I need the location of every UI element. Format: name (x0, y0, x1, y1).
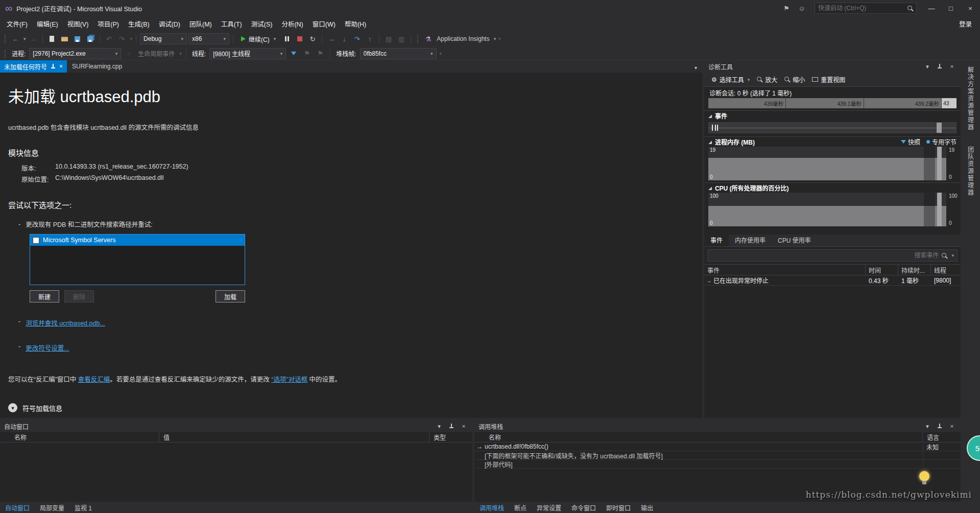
open-file-icon[interactable] (59, 33, 70, 45)
event-marker[interactable] (712, 125, 718, 131)
table-row[interactable]: → ucrtbased.dll!0fb85fcc() 未知 (474, 442, 961, 451)
chevron-down-icon[interactable]: ▾ (951, 253, 954, 258)
col-language[interactable]: 语言 (923, 432, 961, 442)
select-tool-button[interactable]: ⚙ 选择工具 ▾ (708, 74, 753, 85)
maximize-button[interactable]: □ (941, 0, 961, 16)
symbol-load-info[interactable]: ▾ 符号加载信息 (8, 403, 694, 413)
menu-debug[interactable]: 调试(D) (154, 19, 185, 29)
stack-frame-combo[interactable]: 0fb85fcc ▾ (360, 48, 437, 59)
tab-breakpoints[interactable]: 断点 (509, 502, 532, 513)
col-time[interactable]: 时间 (866, 265, 898, 275)
tab-memory-usage[interactable]: 内存使用率 (729, 234, 772, 246)
menu-build[interactable]: 生成(B) (124, 19, 154, 29)
feedback-icon[interactable]: ☺ (794, 5, 809, 12)
symbol-paths-listbox[interactable]: Microsoft Symbol Servers (30, 234, 245, 285)
pin-icon[interactable] (935, 62, 944, 71)
save-icon[interactable] (72, 33, 83, 45)
pause-button[interactable] (281, 33, 293, 45)
sign-in[interactable]: 登录 (951, 19, 980, 29)
step-into-icon[interactable]: ↓ (339, 33, 350, 45)
stop-button[interactable] (294, 33, 305, 45)
chevron-down-icon[interactable]: ▾ (130, 36, 133, 41)
private-bytes-toggle[interactable]: 专用字节 (926, 137, 957, 146)
tab-events[interactable]: 事件 (704, 234, 729, 246)
col-name[interactable]: 名称 (0, 432, 159, 442)
sidebar-item-team-explorer[interactable]: 团队资源管理器 (966, 143, 975, 199)
tab-immediate-window[interactable]: 即时窗口 (601, 502, 636, 513)
toolbar-grip[interactable] (5, 35, 6, 43)
delete-button[interactable]: 删除 (64, 290, 94, 302)
minimize-button[interactable]: — (922, 0, 941, 16)
save-all-icon[interactable] (85, 33, 96, 45)
chevron-down-icon[interactable]: ▾ (179, 51, 182, 56)
new-file-icon[interactable] (46, 33, 58, 45)
lifecycle-label[interactable]: 生命周期事件 (136, 49, 176, 58)
restart-button[interactable]: ↻ (307, 33, 318, 45)
col-name[interactable]: 名称 (474, 432, 923, 442)
window-position-icon[interactable]: ▾ (923, 422, 932, 431)
toolbar-grip[interactable] (5, 50, 6, 58)
col-event[interactable]: 事件 (704, 265, 866, 275)
options-dialog-link[interactable]: “选项”对话框 (271, 376, 307, 383)
col-thread[interactable]: 线程 (931, 265, 961, 275)
menu-test[interactable]: 测试(S) (247, 19, 277, 29)
table-row[interactable]: [外部代码] (474, 460, 961, 469)
list-item-symbol-server[interactable]: Microsoft Symbol Servers (30, 235, 245, 246)
menu-team[interactable]: 团队(M) (185, 19, 217, 29)
chevron-down-icon[interactable]: ▾ (494, 36, 496, 41)
show-next-statement-icon[interactable]: → (326, 33, 337, 45)
new-button[interactable]: 新建 (30, 290, 59, 302)
chevron-down-icon[interactable]: ▾ (23, 36, 26, 41)
selection-cursor[interactable] (937, 123, 942, 133)
load-button[interactable]: 加载 (216, 290, 245, 302)
events-search[interactable]: ▾ (707, 249, 958, 262)
checkbox[interactable] (33, 237, 39, 244)
tab-output[interactable]: 输出 (636, 502, 658, 513)
memory-section-header[interactable]: ◢ 进程内存 (MB) 快照 专用字节 (704, 136, 961, 147)
callstack-titlebar[interactable]: 调用堆栈 ▾ × (474, 420, 961, 432)
lifecycle-icon[interactable]: ○ (123, 48, 134, 60)
pin-icon[interactable] (51, 64, 56, 69)
col-value[interactable]: 值 (159, 432, 429, 442)
toolbar-overflow-icon[interactable]: ▾ (440, 51, 442, 56)
close-button[interactable]: × (961, 0, 980, 16)
pin-icon[interactable] (935, 422, 944, 431)
process-combo[interactable]: [2976] Project2.exe ▾ (29, 48, 121, 59)
autos-titlebar[interactable]: 自动窗口 ▾ × (0, 420, 472, 432)
tab-command-window[interactable]: 命令窗口 (566, 502, 601, 513)
step-over-icon[interactable]: ↷ (351, 33, 363, 45)
hex-display-icon[interactable]: ▤ (383, 33, 394, 45)
events-track[interactable] (708, 122, 957, 133)
diagnostics-titlebar[interactable]: 诊断工具 ▾ × (704, 60, 961, 73)
tab-list-dropdown-icon[interactable]: ▾ (695, 65, 702, 73)
quick-launch-input[interactable] (818, 5, 907, 12)
zoom-in-button[interactable]: 放大 (754, 74, 780, 85)
menu-analyze[interactable]: 分析(N) (277, 19, 307, 29)
snapshot-button[interactable]: 快照 (901, 137, 920, 146)
events-search-input[interactable] (711, 252, 939, 259)
autos-content[interactable] (0, 442, 472, 502)
expander-chevron-icon[interactable]: ▾ (8, 403, 17, 412)
menu-view[interactable]: 视图(V) (63, 19, 93, 29)
sidebar-item-solution-explorer[interactable]: 解决方案资源管理器 (966, 63, 975, 134)
cpu-section-header[interactable]: ◢ CPU (所有处理器的百分比) (704, 182, 961, 193)
navigate-forward-icon[interactable]: → (28, 33, 39, 45)
window-position-icon[interactable]: ▾ (435, 422, 444, 431)
menu-window[interactable]: 窗口(W) (308, 19, 340, 29)
menu-file[interactable]: 文件(F) (2, 19, 32, 29)
flask-icon[interactable]: ⚗ (422, 33, 434, 45)
browse-pdb-link[interactable]: 浏览并查找 ucrtbased.pdb... (26, 318, 105, 328)
symbol-settings-link[interactable]: 更改符号设置... (26, 343, 69, 353)
app-insights-label[interactable]: Application Insights (435, 35, 491, 42)
col-duration[interactable]: 持续时... (898, 265, 931, 275)
tab-callstack[interactable]: 调用堆栈 (474, 502, 509, 513)
toolbar-grip[interactable] (417, 35, 418, 43)
view-disassembly-link[interactable]: 查看反汇编 (78, 376, 110, 383)
filter-threads-icon[interactable] (288, 48, 299, 60)
undo-icon[interactable]: ↶ (104, 33, 115, 45)
continue-button[interactable]: 继续(C) ▾ (237, 33, 280, 45)
toolbar-overflow-icon[interactable]: ▾ (498, 36, 501, 41)
table-row[interactable]: → 已在出现异常时停止 0.43 秒 1 毫秒 [9800] (704, 275, 961, 286)
output-window-icon[interactable]: ▥ (396, 33, 407, 45)
tab-no-symbols[interactable]: 未加载任何符号 × (0, 60, 67, 73)
